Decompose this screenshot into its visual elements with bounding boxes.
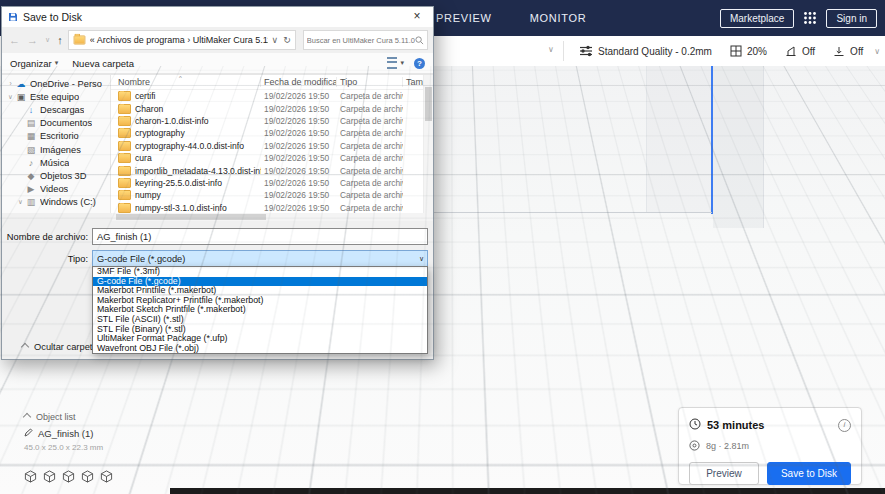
file-row-cura[interactable]: cura19/02/2026 19:50Carpeta de archivos	[111, 152, 433, 164]
tab-monitor[interactable]: MONITOR	[530, 12, 587, 24]
preview-button[interactable]: Preview	[689, 462, 759, 485]
filetype-option-stl-file-binary-stl[interactable]: STL File (Binary) (*.stl)	[93, 325, 427, 335]
infill-value: 20%	[747, 46, 767, 57]
filetype-option-wavefront-obj-file-obj[interactable]: Wavefront OBJ File (*.obj)	[93, 344, 427, 354]
support-setting[interactable]: Off	[776, 36, 824, 66]
view-right-icon[interactable]	[100, 470, 113, 483]
tree-expander-icon[interactable]: ∨	[16, 198, 25, 206]
sidebar-item-descargas[interactable]: ↓Descargas	[2, 103, 110, 116]
tree-expander-icon[interactable]: ›	[6, 80, 15, 87]
file-row-cryptography-44-0-0-dist-info[interactable]: cryptography-44.0.0.dist-info19/02/2026 …	[111, 140, 433, 152]
filetype-dropdown: 3MF File (*.3mf)G-code File (*.gcode)Mak…	[92, 266, 428, 354]
filetype-option-stl-file-ascii-stl[interactable]: STL File (ASCII) (*.stl)	[93, 315, 427, 325]
file-row-keyring-25-5-0-dist-info[interactable]: keyring-25.5.0.dist-info19/02/2026 19:50…	[111, 177, 433, 189]
sidebar-item-label: Documentos	[40, 118, 92, 128]
tree-expander-icon[interactable]: ∨	[6, 93, 15, 101]
filetype-option-makerbot-printfile-makerbot[interactable]: Makerbot Printfile (*.makerbot)	[93, 286, 427, 296]
view-left-icon[interactable]	[81, 470, 94, 483]
breadcrumb[interactable]: « Archivos de programa › UltiMaker Cura …	[90, 35, 268, 45]
info-icon[interactable]: i	[838, 419, 851, 432]
file-row-numpy[interactable]: numpy19/02/2026 19:50Carpeta de archivos	[111, 189, 433, 201]
sidebar-item-onedrive-perso[interactable]: ›☁OneDrive - Perso	[2, 77, 110, 90]
save-to-disk-button[interactable]: Save to Disk	[767, 462, 851, 485]
quality-setting[interactable]: Standard Quality - 0.2mm	[570, 36, 721, 66]
vertical-scrollbar[interactable]	[423, 75, 433, 213]
help-icon[interactable]: ?	[414, 58, 425, 69]
sidebar-item-objetos-3d[interactable]: ◆Objetos 3D	[2, 169, 110, 182]
address-bar[interactable]: « Archivos de programa › UltiMaker Cura …	[68, 30, 296, 50]
infill-icon	[730, 45, 742, 57]
sidebar-item-videos[interactable]: ▶Videos	[2, 183, 110, 196]
sidebar-item-label: Windows (C:)	[40, 197, 96, 207]
address-chevron-icon[interactable]: ∨	[272, 35, 279, 45]
sidebar-item-windows-c[interactable]: ∨▥Windows (C:)	[2, 196, 110, 209]
chevron-up-icon	[21, 343, 29, 351]
dialog-title: Save to Disk	[23, 11, 82, 23]
column-header-tipo[interactable]: Tipo	[337, 77, 403, 87]
new-folder-button[interactable]: Nueva carpeta	[72, 58, 134, 69]
marketplace-button[interactable]: Marketplace	[720, 9, 794, 28]
file-row-charon[interactable]: Charon19/02/2026 19:50Carpeta de archivo…	[111, 102, 433, 114]
filetype-option-makerbot-sketch-printfile-makerbot[interactable]: Makerbot Sketch Printfile (*.makerbot)	[93, 305, 427, 315]
history-chevron-icon[interactable]: ∨	[43, 36, 52, 44]
settings-chevron-icon[interactable]: ∨	[874, 47, 880, 56]
column-header-nombre[interactable]: Nombre	[115, 77, 261, 87]
view-front-icon[interactable]	[43, 470, 56, 483]
hide-folders-button[interactable]: Ocultar carpetas	[22, 342, 102, 352]
filetype-combobox[interactable]: G-code File (*.gcode) ∨	[92, 250, 428, 267]
refresh-icon[interactable]: ↻	[283, 35, 291, 45]
forward-button[interactable]: →	[25, 34, 40, 46]
file-name: Charon	[135, 104, 163, 114]
filetype-option-g-code-file-gcode[interactable]: G-code File (*.gcode)	[93, 277, 427, 287]
file-row-certifi[interactable]: certifi19/02/2026 19:50Carpeta de archiv…	[111, 90, 433, 102]
support-icon	[785, 45, 797, 57]
view-mode-button[interactable]: ▾	[387, 57, 404, 69]
object-list-item[interactable]: AG_finish (1)	[24, 428, 103, 439]
apps-grid-icon[interactable]	[803, 11, 817, 25]
scrollbar-thumb[interactable]	[425, 87, 432, 121]
adhesion-icon	[833, 45, 845, 57]
sidebar-item-m-sica[interactable]: ♪Música	[2, 156, 110, 169]
adhesion-setting[interactable]: Off	[824, 36, 872, 66]
sign-in-button[interactable]: Sign in	[826, 9, 877, 28]
sidebar-item-im-genes[interactable]: ▧Imágenes	[2, 143, 110, 156]
organize-button[interactable]: Organizar ▾	[10, 58, 58, 69]
sidebar-item-documentos[interactable]: ▤Documentos	[2, 117, 110, 130]
file-row-charon-1-0-dist-info[interactable]: charon-1.0.dist-info19/02/2026 19:50Carp…	[111, 115, 433, 127]
adhesion-value: Off	[850, 46, 863, 57]
model-name: AG_finish (1)	[38, 428, 93, 439]
sort-indicator-icon[interactable]: ^	[179, 75, 182, 81]
column-header-fecha-de-modificaci-n[interactable]: Fecha de modificación	[261, 77, 337, 87]
view-3d-icon[interactable]	[24, 470, 37, 483]
up-button[interactable]: ↑	[55, 34, 65, 46]
filetype-option-makerbot-replicator-printfile-makerbot[interactable]: Makerbot Replicator+ Printfile (*.makerb…	[93, 296, 427, 306]
file-name: keyring-25.5.0.dist-info	[135, 178, 222, 188]
filename-input[interactable]: AG_finish (1)	[92, 228, 428, 245]
file-row-importlib-metadata-4-13-0-dist-info[interactable]: importlib_metadata-4.13.0.dist-info19/02…	[111, 164, 433, 176]
printer-config-chevron-icon[interactable]: ∨	[548, 45, 554, 54]
print-settings-bar[interactable]: Standard Quality - 0.2mm 20% Off Off	[570, 36, 879, 66]
file-rows: certifi19/02/2026 19:50Carpeta de archiv…	[111, 90, 433, 213]
file-row-cryptography[interactable]: cryptography19/02/2026 19:50Carpeta de a…	[111, 127, 433, 139]
tab-preview[interactable]: PREVIEW	[436, 12, 492, 24]
file-list-header: NombreFecha de modificaciónTipoTamaño	[111, 75, 433, 90]
infill-setting[interactable]: 20%	[721, 36, 776, 66]
filetype-option-ultimaker-format-package-ufp[interactable]: UltiMaker Format Package (*.ufp)	[93, 334, 427, 344]
file-row-numpy-stl-3-1-0-dist-info[interactable]: numpy-stl-3.1.0.dist-info19/02/2026 19:5…	[111, 202, 433, 213]
object-list-toggle[interactable]: Object list	[24, 412, 103, 422]
filetype-option-3mf-file-3mf[interactable]: 3MF File (*.3mf)	[93, 267, 427, 277]
file-name: cryptography-44.0.0.dist-info	[135, 141, 244, 151]
music-icon: ♪	[25, 158, 37, 168]
combo-chevron-icon[interactable]: ∨	[419, 255, 424, 263]
file-list: NombreFecha de modificaciónTipoTamaño ^ …	[111, 75, 433, 213]
close-button[interactable]: ×	[401, 7, 433, 27]
sidebar-item-este-equipo[interactable]: ∨▣Este equipo	[2, 90, 110, 103]
file-date: 19/02/2026 19:50	[261, 153, 337, 163]
sidebar-item-escritorio[interactable]: ▦Escritorio	[2, 130, 110, 143]
search-input[interactable]: Buscar en UltiMaker Cura 5.11.0	[303, 30, 428, 50]
back-button[interactable]: ←	[7, 34, 22, 46]
search-icon[interactable]	[415, 31, 424, 49]
horizontal-scrollbar[interactable]	[112, 213, 433, 221]
scrollbar-thumb[interactable]	[116, 214, 266, 220]
view-top-icon[interactable]	[62, 470, 75, 483]
